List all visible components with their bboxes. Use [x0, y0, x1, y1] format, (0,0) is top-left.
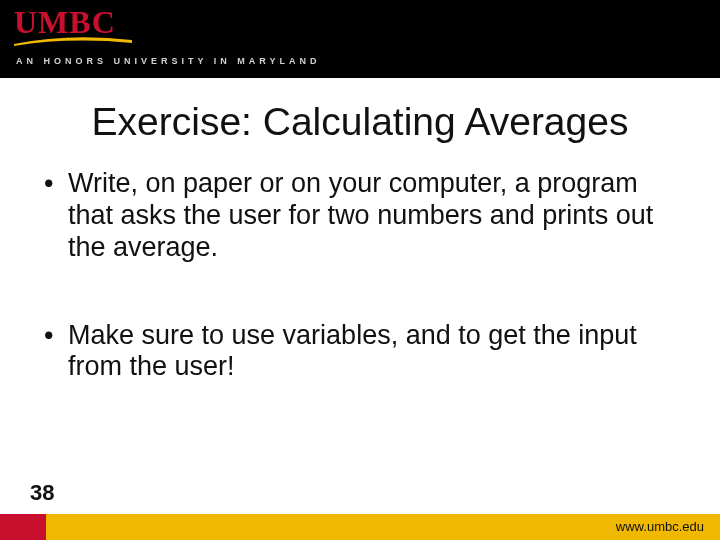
tagline: AN HONORS UNIVERSITY IN MARYLAND: [16, 56, 321, 66]
slide-body: Write, on paper or on your computer, a p…: [44, 168, 684, 439]
logo-swoosh-icon: [14, 36, 132, 46]
page-number: 38: [30, 480, 54, 506]
footer-band-accent: [0, 514, 46, 540]
bullet-item: Make sure to use variables, and to get t…: [44, 320, 684, 384]
footer-url: www.umbc.edu: [616, 519, 704, 534]
slide-title: Exercise: Calculating Averages: [0, 100, 720, 144]
bullet-list: Write, on paper or on your computer, a p…: [44, 168, 684, 383]
slide: UMBC AN HONORS UNIVERSITY IN MARYLAND Ex…: [0, 0, 720, 540]
logo-text: UMBC: [14, 6, 116, 38]
footer-band: [0, 514, 720, 540]
bullet-item: Write, on paper or on your computer, a p…: [44, 168, 684, 264]
umbc-logo: UMBC: [14, 6, 116, 38]
header-band: UMBC AN HONORS UNIVERSITY IN MARYLAND: [0, 0, 720, 78]
